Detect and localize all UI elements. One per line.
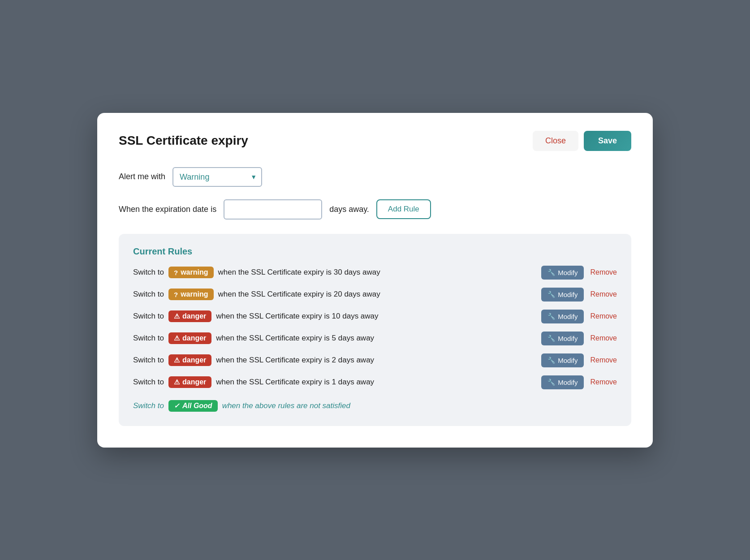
table-row: Switch to ⚠ danger when the SSL Certific… <box>133 310 617 323</box>
rule-description: when the SSL Certificate expiry is 2 day… <box>216 356 374 365</box>
header-buttons: Close Save <box>533 131 631 151</box>
alert-row: Alert me with Warning Danger All Good ▼ <box>119 167 631 187</box>
warning-icon: ⚠ <box>174 334 180 342</box>
remove-button[interactable]: Remove <box>590 290 617 298</box>
default-rule: Switch to ✓ All Good when the above rule… <box>133 400 617 412</box>
table-row: Switch to ? warning when the SSL Certifi… <box>133 288 617 302</box>
wrench-icon: 🔧 <box>547 269 555 276</box>
modify-label: Modify <box>558 357 578 364</box>
modal-header: SSL Certificate expiry Close Save <box>119 131 631 151</box>
badge-label: warning <box>181 290 208 298</box>
days-input[interactable] <box>224 199 322 220</box>
rule-description: when the SSL Certificate expiry is 10 da… <box>216 312 378 321</box>
check-icon: ✓ <box>174 402 180 410</box>
modify-button[interactable]: 🔧 Modify <box>541 353 584 367</box>
modal-dialog: SSL Certificate expiry Close Save Alert … <box>97 113 653 448</box>
current-rules-section: Current Rules Switch to ? warning when t… <box>119 234 631 426</box>
warning-icon: ⚠ <box>174 312 180 320</box>
allgood-badge-label: All Good <box>182 402 212 410</box>
question-icon: ? <box>174 291 178 298</box>
alert-label: Alert me with <box>119 172 165 181</box>
badge-label: danger <box>182 312 206 320</box>
switch-to-label: Switch to <box>133 356 164 365</box>
modify-label: Modify <box>558 379 578 386</box>
rule-left: Switch to ⚠ danger when the SSL Certific… <box>133 310 379 322</box>
default-rule-suffix: when the above rules are not satisfied <box>222 401 350 410</box>
remove-button[interactable]: Remove <box>590 356 617 364</box>
modify-button[interactable]: 🔧 Modify <box>541 375 584 389</box>
rule-actions: 🔧 Modify Remove <box>541 375 617 389</box>
allgood-badge: ✓ All Good <box>168 400 218 412</box>
warning-badge: ? warning <box>168 289 214 300</box>
days-suffix: days away. <box>329 205 369 214</box>
modify-button[interactable]: 🔧 Modify <box>541 266 584 280</box>
switch-to-label: Switch to <box>133 290 164 299</box>
rule-actions: 🔧 Modify Remove <box>541 288 617 302</box>
table-row: Switch to ⚠ danger when the SSL Certific… <box>133 353 617 367</box>
modal-title: SSL Certificate expiry <box>119 134 248 148</box>
modify-label: Modify <box>558 335 578 342</box>
danger-badge: ⚠ danger <box>168 310 211 322</box>
rule-description: when the SSL Certificate expiry is 20 da… <box>218 290 380 299</box>
save-button[interactable]: Save <box>584 131 631 151</box>
expiry-row: When the expiration date is days away. A… <box>119 199 631 220</box>
rule-actions: 🔧 Modify Remove <box>541 310 617 323</box>
rules-list: Switch to ? warning when the SSL Certifi… <box>133 266 617 389</box>
modify-button[interactable]: 🔧 Modify <box>541 288 584 302</box>
wrench-icon: 🔧 <box>547 379 555 386</box>
rule-left: Switch to ⚠ danger when the SSL Certific… <box>133 332 374 344</box>
danger-badge: ⚠ danger <box>168 376 211 388</box>
modify-button[interactable]: 🔧 Modify <box>541 310 584 323</box>
badge-label: danger <box>182 356 206 364</box>
switch-to-label: Switch to <box>133 312 164 321</box>
rule-description: when the SSL Certificate expiry is 30 da… <box>218 268 380 277</box>
warning-badge: ? warning <box>168 267 214 278</box>
rule-actions: 🔧 Modify Remove <box>541 332 617 345</box>
wrench-icon: 🔧 <box>547 313 555 320</box>
rule-left: Switch to ? warning when the SSL Certifi… <box>133 267 380 278</box>
warning-icon: ⚠ <box>174 378 180 386</box>
table-row: Switch to ? warning when the SSL Certifi… <box>133 266 617 280</box>
switch-to-label: Switch to <box>133 378 164 387</box>
danger-badge: ⚠ danger <box>168 332 211 344</box>
danger-badge: ⚠ danger <box>168 354 211 366</box>
remove-button[interactable]: Remove <box>590 334 617 342</box>
wrench-icon: 🔧 <box>547 335 555 342</box>
badge-label: warning <box>181 268 208 276</box>
rule-left: Switch to ? warning when the SSL Certifi… <box>133 289 380 300</box>
alert-select-wrapper: Warning Danger All Good ▼ <box>172 167 262 187</box>
rule-left: Switch to ⚠ danger when the SSL Certific… <box>133 354 374 366</box>
warning-icon: ⚠ <box>174 356 180 364</box>
rule-left: Switch to ⚠ danger when the SSL Certific… <box>133 376 374 388</box>
alert-type-select[interactable]: Warning Danger All Good <box>172 167 262 187</box>
remove-button[interactable]: Remove <box>590 378 617 386</box>
remove-button[interactable]: Remove <box>590 268 617 276</box>
default-rule-prefix: Switch to <box>133 401 164 410</box>
expiry-label: When the expiration date is <box>119 205 216 214</box>
table-row: Switch to ⚠ danger when the SSL Certific… <box>133 375 617 389</box>
badge-label: danger <box>182 378 206 386</box>
rule-description: when the SSL Certificate expiry is 1 day… <box>216 378 374 387</box>
rule-actions: 🔧 Modify Remove <box>541 266 617 280</box>
close-button[interactable]: Close <box>533 131 578 151</box>
modify-label: Modify <box>558 269 578 276</box>
remove-button[interactable]: Remove <box>590 312 617 320</box>
add-rule-button[interactable]: Add Rule <box>376 199 431 219</box>
wrench-icon: 🔧 <box>547 291 555 298</box>
badge-label: danger <box>182 334 206 342</box>
switch-to-label: Switch to <box>133 268 164 277</box>
rule-actions: 🔧 Modify Remove <box>541 353 617 367</box>
switch-to-label: Switch to <box>133 334 164 343</box>
current-rules-title: Current Rules <box>133 246 617 257</box>
modify-button[interactable]: 🔧 Modify <box>541 332 584 345</box>
modify-label: Modify <box>558 313 578 320</box>
modify-label: Modify <box>558 291 578 298</box>
wrench-icon: 🔧 <box>547 357 555 364</box>
question-icon: ? <box>174 269 178 276</box>
rule-description: when the SSL Certificate expiry is 5 day… <box>216 334 374 343</box>
table-row: Switch to ⚠ danger when the SSL Certific… <box>133 332 617 345</box>
